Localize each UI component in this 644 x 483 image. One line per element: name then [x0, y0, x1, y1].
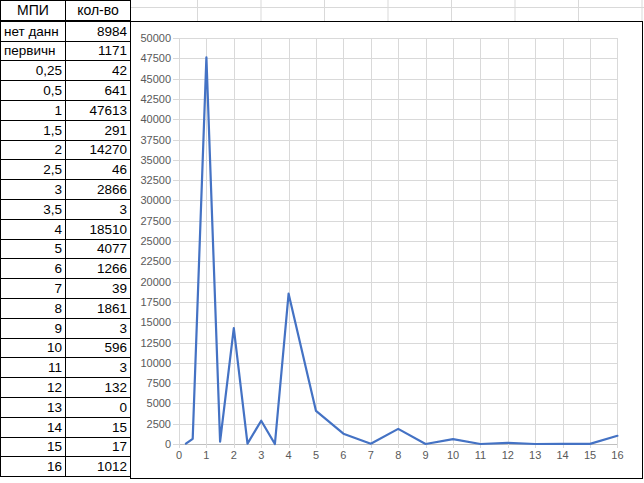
table-row: 147613 [1, 100, 131, 120]
y-axis-tick-label: 40000 [140, 113, 171, 125]
cell-mpi[interactable]: 1 [1, 100, 66, 120]
series-line[interactable] [186, 57, 618, 444]
cell-mpi[interactable]: 5 [1, 239, 66, 259]
cell-count[interactable]: 17 [66, 437, 131, 457]
table-row: 12132 [1, 378, 131, 398]
cell-mpi[interactable]: 13 [1, 397, 66, 417]
table-row: 1517 [1, 437, 131, 457]
cell-count[interactable]: 39 [66, 279, 131, 299]
y-axis-tick-label: 47500 [140, 52, 171, 64]
table-row: первичн1171 [1, 41, 131, 61]
table-row: 161012 [1, 457, 131, 477]
cell-count[interactable]: 2866 [66, 180, 131, 200]
x-axis-tick-label: 7 [368, 449, 374, 461]
x-axis-tick-label: 9 [423, 449, 429, 461]
table-row: 10596 [1, 338, 131, 358]
table-row: 2,546 [1, 160, 131, 180]
table-row: 0,5641 [1, 81, 131, 101]
cell-mpi[interactable]: 11 [1, 358, 66, 378]
table-row: 1415 [1, 417, 131, 437]
cell-count[interactable]: 1861 [66, 298, 131, 318]
table-header-row: МПИ кол-во [1, 1, 131, 21]
x-axis-tick-label: 1 [203, 449, 209, 461]
cell-count[interactable]: 4077 [66, 239, 131, 259]
cell-mpi[interactable]: 16 [1, 457, 66, 477]
y-axis-tick-label: 22500 [140, 255, 171, 267]
cell-count[interactable]: 42 [66, 61, 131, 81]
cell-count[interactable]: 3 [66, 358, 131, 378]
x-axis-tick-label: 2 [231, 449, 237, 461]
sheet-cells-strip[interactable] [131, 0, 644, 21]
x-axis-tick-label: 4 [286, 449, 292, 461]
chart-plot-area: 0250050007500100001250015000175002000022… [131, 22, 642, 478]
x-axis-tick-label: 13 [529, 449, 541, 461]
y-axis-tick-label: 7500 [147, 377, 171, 389]
cell-count[interactable]: 641 [66, 81, 131, 101]
cell-mpi[interactable]: 8 [1, 298, 66, 318]
cell-count[interactable]: 3 [66, 318, 131, 338]
cell-mpi[interactable]: 7 [1, 279, 66, 299]
y-axis-tick-label: 30000 [140, 194, 171, 206]
cell-count[interactable]: 291 [66, 120, 131, 140]
cell-mpi[interactable]: 0,25 [1, 61, 66, 81]
cell-count[interactable]: 3 [66, 199, 131, 219]
y-axis-tick-label: 32500 [140, 174, 171, 186]
table-row: 214270 [1, 140, 131, 160]
cell-mpi[interactable]: 1,5 [1, 120, 66, 140]
cell-mpi[interactable]: 12 [1, 378, 66, 398]
table-row: 81861 [1, 298, 131, 318]
x-axis-tick-label: 15 [584, 449, 596, 461]
cell-count[interactable]: 596 [66, 338, 131, 358]
y-axis-tick-label: 12500 [140, 337, 171, 349]
column-header-kolvo[interactable]: кол-во [66, 1, 131, 21]
chart-object[interactable]: 0250050007500100001250015000175002000022… [130, 21, 643, 479]
spreadsheet-screen: МПИ кол-во нет данн8984первичн11710,2542… [0, 0, 644, 483]
cell-mpi[interactable]: 2 [1, 140, 66, 160]
table-row: 1,5291 [1, 120, 131, 140]
cell-count[interactable]: 132 [66, 378, 131, 398]
cell-count[interactable]: 8984 [66, 21, 131, 41]
cell-mpi[interactable]: 15 [1, 437, 66, 457]
y-axis-tick-label: 35000 [140, 154, 171, 166]
cell-mpi[interactable]: 10 [1, 338, 66, 358]
cell-count[interactable]: 1266 [66, 259, 131, 279]
cell-mpi[interactable]: 4 [1, 219, 66, 239]
cell-count[interactable]: 47613 [66, 100, 131, 120]
column-header-mpi[interactable]: МПИ [1, 1, 66, 21]
y-axis-tick-label: 2500 [147, 418, 171, 430]
cell-mpi[interactable]: 0,5 [1, 81, 66, 101]
cell-count[interactable]: 1012 [66, 457, 131, 477]
x-axis-tick-label: 0 [176, 449, 182, 461]
x-axis-tick-label: 14 [556, 449, 568, 461]
cell-count[interactable]: 1171 [66, 41, 131, 61]
cell-count[interactable]: 15 [66, 417, 131, 437]
y-axis-tick-label: 0 [165, 438, 171, 450]
table-row: 418510 [1, 219, 131, 239]
cell-mpi[interactable]: первичн [1, 41, 66, 61]
table-row: 739 [1, 279, 131, 299]
x-axis-tick-label: 16 [611, 449, 623, 461]
cell-mpi[interactable]: 6 [1, 259, 66, 279]
y-axis-tick-label: 45000 [140, 73, 171, 85]
cell-mpi[interactable]: 14 [1, 417, 66, 437]
x-axis-tick-label: 12 [502, 449, 514, 461]
cell-count[interactable]: 14270 [66, 140, 131, 160]
cell-mpi[interactable]: 9 [1, 318, 66, 338]
table-row: 32866 [1, 180, 131, 200]
x-axis-tick-label: 11 [475, 449, 486, 461]
cell-count[interactable]: 0 [66, 397, 131, 417]
x-axis-tick-label: 8 [395, 449, 401, 461]
cell-mpi[interactable]: нет данн [1, 21, 66, 41]
cell-count[interactable]: 18510 [66, 219, 131, 239]
cell-mpi[interactable]: 3,5 [1, 199, 66, 219]
table-row: нет данн8984 [1, 21, 131, 41]
table-row: 93 [1, 318, 131, 338]
spreadsheet-table: МПИ кол-во нет данн8984первичн11710,2542… [0, 0, 131, 477]
x-axis-tick-label: 5 [313, 449, 319, 461]
cell-mpi[interactable]: 3 [1, 180, 66, 200]
table-row: 0,2542 [1, 61, 131, 81]
cell-mpi[interactable]: 2,5 [1, 160, 66, 180]
y-axis-tick-label: 15000 [140, 316, 171, 328]
cell-count[interactable]: 46 [66, 160, 131, 180]
y-axis-tick-label: 17500 [140, 296, 171, 308]
